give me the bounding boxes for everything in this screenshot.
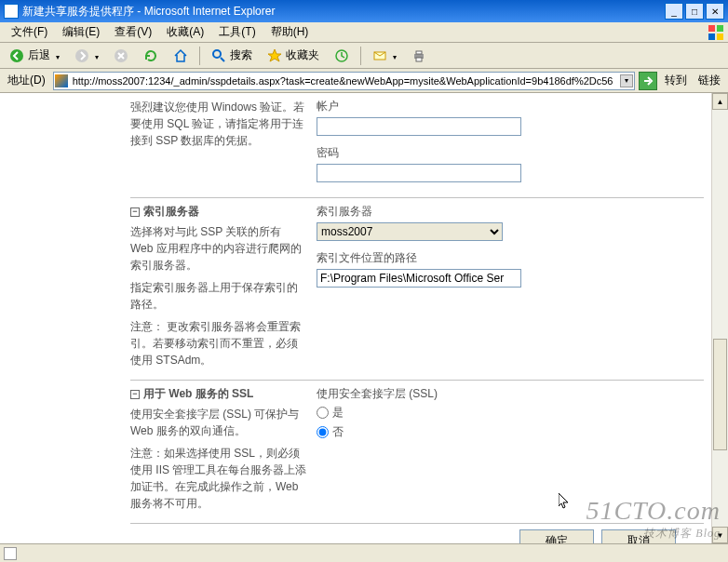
scroll-area: 强烈建议您使用 Windows 验证。若要使用 SQL 验证，请指定将用于连接到… xyxy=(0,93,711,543)
address-bar: 地址(D) ▾ 转到 链接 xyxy=(0,69,728,93)
scroll-thumb[interactable] xyxy=(713,339,727,450)
index-text1: 选择将对与此 SSP 关联的所有 Web 应用程序中的内容进行爬网的索引服务器。 xyxy=(130,223,307,274)
index-right: 索引服务器 moss2007 索引文件位置的路径 xyxy=(317,204,704,374)
account-input[interactable] xyxy=(317,117,521,136)
close-button[interactable]: ✕ xyxy=(706,3,724,20)
ssl-no-label: 否 xyxy=(332,424,344,440)
favorites-label: 收藏夹 xyxy=(286,47,319,63)
svg-rect-2 xyxy=(708,33,715,40)
back-arrow-icon xyxy=(9,48,24,63)
forward-button[interactable] xyxy=(69,47,104,65)
favorites-button[interactable]: 收藏夹 xyxy=(262,46,325,65)
menu-tools[interactable]: 工具(T) xyxy=(211,22,263,42)
account-label: 帐户 xyxy=(317,99,704,114)
links-label[interactable]: 链接 xyxy=(694,73,724,88)
index-path-input[interactable] xyxy=(317,269,521,288)
title-bar: 新建共享服务提供程序 - Microsoft Internet Explorer… xyxy=(0,0,728,22)
address-label: 地址(D) xyxy=(4,73,49,88)
ssl-field-label: 使用安全套接字层 (SSL) xyxy=(317,386,704,402)
section-index: − 索引服务器 选择将对与此 SSP 关联的所有 Web 应用程序中的内容进行爬… xyxy=(130,197,704,380)
stop-icon xyxy=(114,48,128,63)
scroll-track[interactable] xyxy=(712,110,728,527)
svg-rect-0 xyxy=(708,25,715,32)
menu-bar: 文件(F) 编辑(E) 查看(V) 收藏(A) 工具(T) 帮助(H) xyxy=(0,22,728,43)
history-button[interactable] xyxy=(329,47,355,65)
search-button[interactable]: 搜索 xyxy=(206,46,258,65)
mail-button[interactable] xyxy=(367,47,402,65)
ssl-yes-option[interactable]: 是 xyxy=(317,405,704,421)
search-label: 搜索 xyxy=(230,47,252,63)
ssl-radio-yes[interactable] xyxy=(317,407,329,419)
url-input-wrapper: ▾ xyxy=(53,72,635,90)
ssl-radio-no[interactable] xyxy=(317,426,329,438)
credential-left: 强烈建议您使用 Windows 验证。若要使用 SQL 验证，请指定将用于连接到… xyxy=(130,99,317,192)
stop-button[interactable] xyxy=(108,47,134,65)
window-title: 新建共享服务提供程序 - Microsoft Internet Explorer xyxy=(22,4,665,20)
password-input[interactable] xyxy=(317,164,521,182)
print-icon xyxy=(411,48,426,63)
status-bar xyxy=(0,543,728,562)
ssl-text1: 使用安全套接字层 (SSL) 可保护与 Web 服务的双向通信。 xyxy=(130,406,307,439)
window-buttons: _ □ ✕ xyxy=(665,3,724,20)
ssl-heading: − 用于 Web 服务的 SSL xyxy=(130,386,307,402)
windows-logo-icon xyxy=(708,24,724,41)
print-button[interactable] xyxy=(406,47,432,65)
ssl-no-option[interactable]: 否 xyxy=(317,424,704,440)
svg-rect-11 xyxy=(416,51,422,54)
credential-right: 帐户 密码 xyxy=(317,99,704,192)
watermark-sub: 技术博客 Blog xyxy=(586,526,721,542)
index-path-label: 索引文件位置的路径 xyxy=(317,250,704,266)
search-icon xyxy=(211,48,226,63)
collapse-icon-2[interactable]: − xyxy=(130,390,140,399)
go-arrow-icon xyxy=(642,75,654,87)
back-button[interactable]: 后退 xyxy=(4,46,65,65)
field-password: 密码 xyxy=(317,145,704,182)
watermark: 51CTO.com 技术博客 Blog xyxy=(586,496,721,542)
go-label: 转到 xyxy=(661,73,691,88)
svg-rect-12 xyxy=(416,58,422,61)
minimize-button[interactable]: _ xyxy=(665,3,683,20)
menu-file[interactable]: 文件(F) xyxy=(4,22,55,42)
credential-text: 强烈建议您使用 Windows 验证。若要使用 SQL 验证，请指定将用于连接到… xyxy=(130,99,307,149)
forward-dropdown-icon xyxy=(93,49,99,62)
favicon-icon xyxy=(55,74,68,87)
index-server-label: 索引服务器 xyxy=(317,204,704,220)
mail-dropdown-icon xyxy=(391,49,397,62)
url-input[interactable] xyxy=(53,72,635,90)
ok-button[interactable]: 确定 xyxy=(519,529,594,543)
field-index-path: 索引文件位置的路径 xyxy=(317,250,704,288)
ssl-note: 注意：如果选择使用 SSL，则必须使用 IIS 管理工具在每台服务器上添加证书。… xyxy=(130,445,307,512)
toolbar-separator xyxy=(199,47,200,65)
svg-rect-1 xyxy=(717,25,723,32)
ssl-radio-group: 是 否 xyxy=(317,405,704,440)
maximize-button[interactable]: □ xyxy=(685,3,704,20)
index-text2: 指定索引服务器上用于保存索引的路径。 xyxy=(130,279,307,313)
vertical-scrollbar[interactable]: ▲ ▼ xyxy=(711,93,728,543)
field-index-server: 索引服务器 moss2007 xyxy=(317,204,704,241)
watermark-main: 51CTO.com xyxy=(586,496,721,525)
collapse-icon[interactable]: − xyxy=(130,207,140,217)
home-icon xyxy=(173,48,188,63)
forward-arrow-icon xyxy=(74,48,89,63)
toolbar: 后退 搜索 收藏夹 xyxy=(0,43,728,69)
ssl-heading-text: 用于 Web 服务的 SSL xyxy=(143,386,253,402)
menu-favorites[interactable]: 收藏(A) xyxy=(159,22,211,42)
toolbar-separator-2 xyxy=(360,47,361,65)
back-dropdown-icon xyxy=(54,49,60,62)
index-server-select[interactable]: moss2007 xyxy=(317,222,503,241)
url-dropdown-icon[interactable]: ▾ xyxy=(620,74,633,87)
scroll-up-arrow[interactable]: ▲ xyxy=(712,93,728,110)
content-area: 强烈建议您使用 Windows 验证。若要使用 SQL 验证，请指定将用于连接到… xyxy=(0,93,728,543)
refresh-icon xyxy=(143,48,158,63)
refresh-button[interactable] xyxy=(138,47,164,65)
menu-edit[interactable]: 编辑(E) xyxy=(55,22,107,42)
field-account: 帐户 xyxy=(317,99,704,136)
section-credential: 强烈建议您使用 Windows 验证。若要使用 SQL 验证，请指定将用于连接到… xyxy=(130,93,704,197)
home-button[interactable] xyxy=(168,47,194,65)
menu-view[interactable]: 查看(V) xyxy=(107,22,159,42)
index-heading-text: 索引服务器 xyxy=(143,204,199,220)
history-icon xyxy=(334,48,349,63)
svg-point-7 xyxy=(213,50,221,58)
menu-help[interactable]: 帮助(H) xyxy=(263,22,317,42)
go-button[interactable] xyxy=(639,72,657,90)
